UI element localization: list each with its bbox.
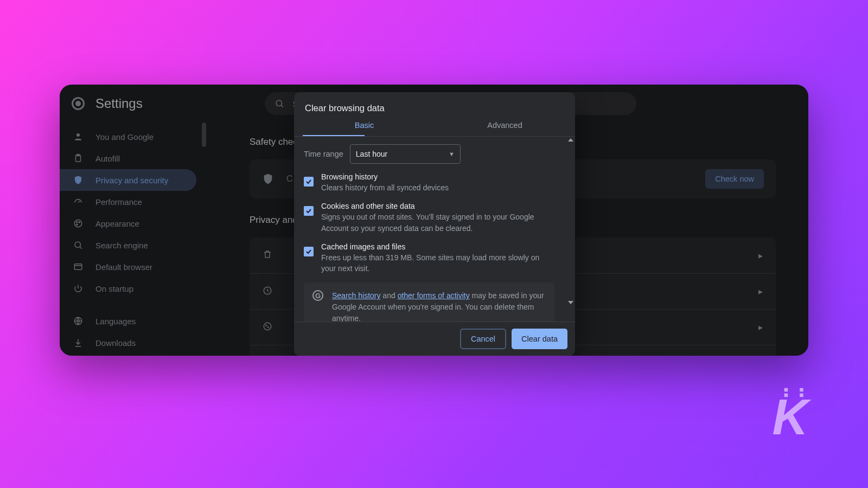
time-range-select[interactable]: Last hour ▼: [350, 144, 461, 164]
cancel-button[interactable]: Cancel: [460, 329, 506, 349]
google-g-icon: G: [312, 290, 323, 301]
cached-checkbox[interactable]: [304, 247, 314, 256]
dialog-title: Clear browsing data: [294, 92, 575, 121]
tab-advanced[interactable]: Advanced: [435, 121, 575, 136]
watermark-logo: ▪ ▪▪ ▪ K: [773, 387, 808, 436]
cached-option: Cached images and files Frees up less th…: [304, 242, 554, 274]
clear-data-button[interactable]: Clear data: [512, 329, 567, 349]
cookies-checkbox[interactable]: [304, 206, 314, 216]
other-activity-link[interactable]: other forms of activity: [398, 291, 470, 300]
option-title: Cached images and files: [321, 242, 554, 251]
google-account-info: G Search history and other forms of acti…: [304, 282, 554, 322]
option-desc: Frees up less than 319 MB. Some sites ma…: [321, 252, 554, 274]
time-range-row: Time range Last hour ▼: [304, 144, 554, 164]
dialog-body: Time range Last hour ▼ Browsing history …: [294, 136, 575, 322]
tab-basic[interactable]: Basic: [294, 121, 435, 136]
info-text: Search history and other forms of activi…: [332, 290, 546, 322]
clear-browsing-data-dialog: Clear browsing data Basic Advanced Time …: [294, 92, 575, 356]
time-range-value: Last hour: [356, 150, 387, 158]
browsing-history-option: Browsing history Clears history from all…: [304, 172, 554, 193]
search-history-link[interactable]: Search history: [332, 291, 380, 300]
dialog-tabs: Basic Advanced: [294, 121, 575, 136]
dialog-footer: Cancel Clear data: [294, 322, 575, 356]
dialog-scrollbar[interactable]: [567, 138, 574, 306]
option-desc: Clears history from all synced devices: [321, 182, 449, 193]
time-range-label: Time range: [304, 150, 343, 158]
cookies-option: Cookies and other site data Signs you ou…: [304, 202, 554, 234]
scroll-down-icon[interactable]: [568, 301, 573, 304]
option-desc: Signs you out of most sites. You'll stay…: [321, 211, 554, 234]
scroll-up-icon[interactable]: [568, 138, 573, 142]
option-title: Browsing history: [321, 172, 449, 181]
chevron-down-icon: ▼: [449, 151, 455, 157]
option-title: Cookies and other site data: [321, 202, 554, 210]
browsing-history-checkbox[interactable]: [304, 177, 314, 187]
browser-window: Settings You and Google Autofill Privacy…: [60, 85, 808, 356]
